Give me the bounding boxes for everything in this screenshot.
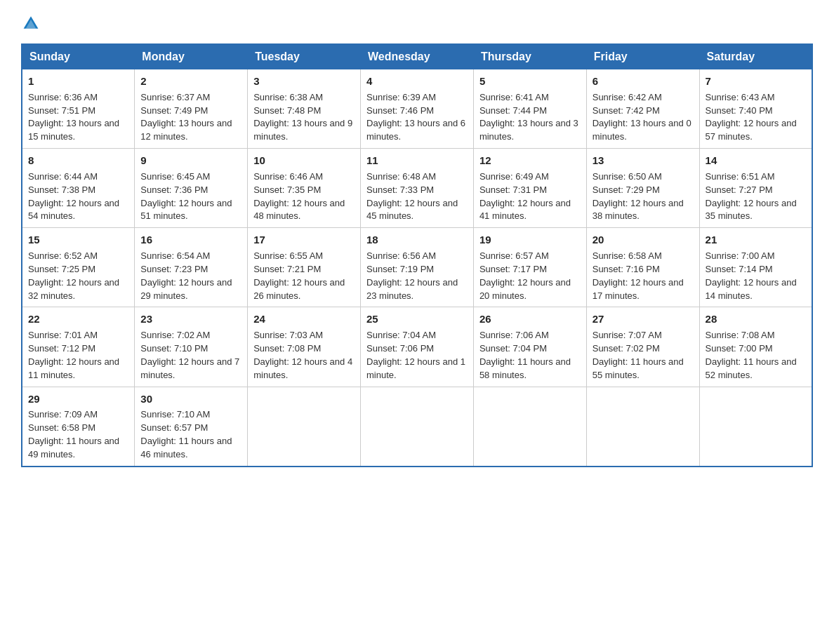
calendar-cell: 18Sunrise: 6:56 AMSunset: 7:19 PMDayligh… [361,228,474,307]
day-info: Sunrise: 7:10 AMSunset: 6:57 PMDaylight:… [140,408,241,461]
day-info: Sunrise: 7:04 AMSunset: 7:06 PMDaylight:… [366,329,468,382]
day-number: 1 [28,74,128,89]
day-info: Sunrise: 6:50 AMSunset: 7:29 PMDaylight:… [593,170,694,223]
day-info: Sunrise: 6:56 AMSunset: 7:19 PMDaylight:… [366,250,468,302]
day-info: Sunrise: 6:51 AMSunset: 7:27 PMDaylight:… [706,170,806,223]
calendar-cell: 10Sunrise: 6:46 AMSunset: 7:35 PMDayligh… [248,149,361,228]
day-number: 10 [253,153,355,168]
calendar-cell: 14Sunrise: 6:51 AMSunset: 7:27 PMDayligh… [699,149,812,228]
day-info: Sunrise: 6:58 AMSunset: 7:16 PMDaylight:… [593,250,694,302]
calendar-cell: 28Sunrise: 7:08 AMSunset: 7:00 PMDayligh… [699,307,812,387]
day-info: Sunrise: 6:52 AMSunset: 7:25 PMDaylight:… [28,250,128,302]
day-number: 30 [140,391,241,407]
day-info: Sunrise: 7:08 AMSunset: 7:00 PMDaylight:… [706,329,806,382]
days-of-week-row: SundayMondayTuesdayWednesdayThursdayFrid… [22,44,812,69]
calendar-cell: 27Sunrise: 7:07 AMSunset: 7:02 PMDayligh… [586,307,699,387]
day-info: Sunrise: 6:55 AMSunset: 7:21 PMDaylight:… [253,250,355,302]
day-number: 2 [140,74,241,89]
calendar-cell [473,387,586,467]
day-info: Sunrise: 7:06 AMSunset: 7:04 PMDaylight:… [479,329,581,382]
day-header-monday: Monday [135,44,248,69]
calendar-cell: 21Sunrise: 7:00 AMSunset: 7:14 PMDayligh… [699,228,812,307]
logo [21,14,39,31]
day-info: Sunrise: 6:39 AMSunset: 7:46 PMDaylight:… [366,91,468,144]
day-number: 17 [253,232,355,248]
day-info: Sunrise: 6:38 AMSunset: 7:48 PMDaylight:… [253,91,355,144]
week-row-1: 1Sunrise: 6:36 AMSunset: 7:51 PMDaylight… [22,69,812,149]
day-number: 29 [28,391,128,407]
day-number: 6 [593,74,694,89]
page-header [21,14,813,31]
week-row-3: 15Sunrise: 6:52 AMSunset: 7:25 PMDayligh… [22,228,812,307]
week-row-2: 8Sunrise: 6:44 AMSunset: 7:38 PMDaylight… [22,149,812,228]
day-info: Sunrise: 6:37 AMSunset: 7:49 PMDaylight:… [140,91,241,144]
day-info: Sunrise: 6:45 AMSunset: 7:36 PMDaylight:… [140,170,241,223]
calendar-header: SundayMondayTuesdayWednesdayThursdayFrid… [22,44,812,69]
calendar-body: 1Sunrise: 6:36 AMSunset: 7:51 PMDaylight… [22,69,812,467]
calendar-cell: 30Sunrise: 7:10 AMSunset: 6:57 PMDayligh… [135,387,248,467]
day-number: 24 [253,311,355,327]
day-number: 19 [479,232,581,248]
calendar-cell: 15Sunrise: 6:52 AMSunset: 7:25 PMDayligh… [22,228,135,307]
day-number: 26 [479,311,581,327]
calendar-cell: 23Sunrise: 7:02 AMSunset: 7:10 PMDayligh… [135,307,248,387]
day-header-saturday: Saturday [699,44,812,69]
calendar-cell: 3Sunrise: 6:38 AMSunset: 7:48 PMDaylight… [248,69,361,149]
day-number: 13 [593,153,694,168]
calendar-cell [248,387,361,467]
calendar-cell: 17Sunrise: 6:55 AMSunset: 7:21 PMDayligh… [248,228,361,307]
calendar-cell [361,387,474,467]
day-number: 9 [140,153,241,168]
calendar-cell: 22Sunrise: 7:01 AMSunset: 7:12 PMDayligh… [22,307,135,387]
day-number: 15 [28,232,128,248]
logo-icon [22,14,39,31]
calendar-cell: 11Sunrise: 6:48 AMSunset: 7:33 PMDayligh… [361,149,474,228]
day-number: 22 [28,311,128,327]
day-number: 8 [28,153,128,168]
day-info: Sunrise: 6:41 AMSunset: 7:44 PMDaylight:… [479,91,581,144]
day-number: 14 [706,153,806,168]
calendar-cell: 20Sunrise: 6:58 AMSunset: 7:16 PMDayligh… [586,228,699,307]
day-number: 16 [140,232,241,248]
day-number: 25 [366,311,468,327]
day-header-tuesday: Tuesday [248,44,361,69]
calendar-cell: 2Sunrise: 6:37 AMSunset: 7:49 PMDaylight… [135,69,248,149]
calendar-cell: 5Sunrise: 6:41 AMSunset: 7:44 PMDaylight… [473,69,586,149]
day-info: Sunrise: 7:07 AMSunset: 7:02 PMDaylight:… [593,329,694,382]
day-info: Sunrise: 7:00 AMSunset: 7:14 PMDaylight:… [706,250,806,302]
calendar-cell: 9Sunrise: 6:45 AMSunset: 7:36 PMDaylight… [135,149,248,228]
day-header-thursday: Thursday [473,44,586,69]
week-row-5: 29Sunrise: 7:09 AMSunset: 6:58 PMDayligh… [22,387,812,467]
week-row-4: 22Sunrise: 7:01 AMSunset: 7:12 PMDayligh… [22,307,812,387]
calendar-cell: 1Sunrise: 6:36 AMSunset: 7:51 PMDaylight… [22,69,135,149]
day-header-friday: Friday [586,44,699,69]
day-number: 7 [706,74,806,89]
day-number: 21 [706,232,806,248]
day-info: Sunrise: 6:42 AMSunset: 7:42 PMDaylight:… [593,91,694,144]
day-info: Sunrise: 7:03 AMSunset: 7:08 PMDaylight:… [253,329,355,382]
calendar-cell: 19Sunrise: 6:57 AMSunset: 7:17 PMDayligh… [473,228,586,307]
day-info: Sunrise: 6:49 AMSunset: 7:31 PMDaylight:… [479,170,581,223]
calendar-cell: 25Sunrise: 7:04 AMSunset: 7:06 PMDayligh… [361,307,474,387]
day-number: 3 [253,74,355,89]
day-number: 23 [140,311,241,327]
day-info: Sunrise: 6:36 AMSunset: 7:51 PMDaylight:… [28,91,128,144]
calendar-table: SundayMondayTuesdayWednesdayThursdayFrid… [21,43,813,467]
calendar-cell: 13Sunrise: 6:50 AMSunset: 7:29 PMDayligh… [586,149,699,228]
day-info: Sunrise: 7:09 AMSunset: 6:58 PMDaylight:… [28,408,128,461]
day-header-wednesday: Wednesday [361,44,474,69]
day-info: Sunrise: 6:46 AMSunset: 7:35 PMDaylight:… [253,170,355,223]
day-number: 20 [593,232,694,248]
calendar-cell: 26Sunrise: 7:06 AMSunset: 7:04 PMDayligh… [473,307,586,387]
calendar-cell: 8Sunrise: 6:44 AMSunset: 7:38 PMDaylight… [22,149,135,228]
day-header-sunday: Sunday [22,44,135,69]
day-number: 12 [479,153,581,168]
day-info: Sunrise: 6:54 AMSunset: 7:23 PMDaylight:… [140,250,241,302]
calendar-cell: 6Sunrise: 6:42 AMSunset: 7:42 PMDaylight… [586,69,699,149]
day-info: Sunrise: 6:57 AMSunset: 7:17 PMDaylight:… [479,250,581,302]
calendar-cell: 24Sunrise: 7:03 AMSunset: 7:08 PMDayligh… [248,307,361,387]
calendar-cell [699,387,812,467]
day-number: 27 [593,311,694,327]
day-number: 11 [366,153,468,168]
day-number: 5 [479,74,581,89]
